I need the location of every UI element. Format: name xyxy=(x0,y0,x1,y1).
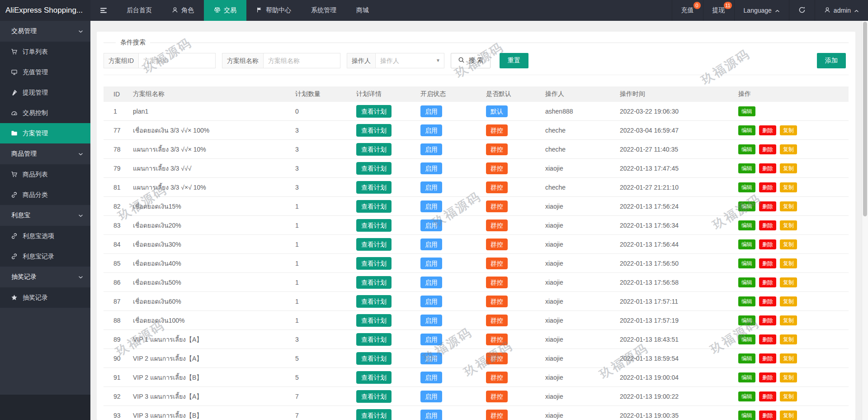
default-badge[interactable]: 群控 xyxy=(486,200,508,212)
nav-role[interactable]: 角色 xyxy=(162,0,204,21)
delete-button[interactable]: 删除 xyxy=(759,353,776,363)
status-badge[interactable]: 启用 xyxy=(420,372,442,383)
nav-system[interactable]: 系统管理 xyxy=(301,0,346,21)
view-plan-button[interactable]: 查看计划 xyxy=(356,219,392,232)
view-plan-button[interactable]: 查看计划 xyxy=(356,390,392,403)
default-badge[interactable]: 群控 xyxy=(486,181,508,193)
user-menu[interactable]: admin xyxy=(815,0,868,21)
edit-button[interactable]: 编辑 xyxy=(738,239,755,249)
edit-button[interactable]: 编辑 xyxy=(738,372,755,382)
nav-home[interactable]: 后台首页 xyxy=(117,0,162,21)
view-plan-button[interactable]: 查看计划 xyxy=(356,352,392,365)
copy-button[interactable]: 复制 xyxy=(780,315,797,325)
default-badge[interactable]: 群控 xyxy=(486,124,508,136)
default-badge[interactable]: 群控 xyxy=(486,372,508,383)
delete-button[interactable]: 删除 xyxy=(759,258,776,268)
copy-button[interactable]: 复制 xyxy=(780,125,797,135)
copy-button[interactable]: 复制 xyxy=(780,391,797,401)
copy-button[interactable]: 复制 xyxy=(780,372,797,382)
default-badge[interactable]: 默认 xyxy=(486,105,508,117)
edit-button[interactable]: 编辑 xyxy=(738,125,755,135)
view-plan-button[interactable]: 查看计划 xyxy=(356,105,392,118)
edit-button[interactable]: 编辑 xyxy=(738,182,755,192)
default-badge[interactable]: 群控 xyxy=(486,239,508,250)
sidebar-item-goods-category[interactable]: 商品分类 xyxy=(0,185,90,205)
sidebar-item-interest-records[interactable]: 利息宝记录 xyxy=(0,246,90,267)
copy-button[interactable]: 复制 xyxy=(780,277,797,287)
delete-button[interactable]: 删除 xyxy=(759,201,776,211)
view-plan-button[interactable]: 查看计划 xyxy=(356,143,392,156)
sidebar-group-trade-manage[interactable]: 交易管理 xyxy=(0,21,90,42)
edit-button[interactable]: 编辑 xyxy=(738,391,755,401)
copy-button[interactable]: 复制 xyxy=(780,258,797,268)
edit-button[interactable]: 编辑 xyxy=(738,106,755,116)
delete-button[interactable]: 删除 xyxy=(759,296,776,306)
edit-button[interactable]: 编辑 xyxy=(738,353,755,363)
scrollbar[interactable] xyxy=(862,21,868,420)
copy-button[interactable]: 复制 xyxy=(780,163,797,173)
delete-button[interactable]: 删除 xyxy=(759,144,776,154)
delete-button[interactable]: 删除 xyxy=(759,372,776,382)
copy-button[interactable]: 复制 xyxy=(780,239,797,249)
status-badge[interactable]: 启用 xyxy=(420,181,442,193)
view-plan-button[interactable]: 查看计划 xyxy=(356,181,392,194)
add-button[interactable]: 添加 xyxy=(817,53,846,68)
default-badge[interactable]: 群控 xyxy=(486,391,508,402)
delete-button[interactable]: 删除 xyxy=(759,239,776,249)
delete-button[interactable]: 删除 xyxy=(759,334,776,344)
copy-button[interactable]: 复制 xyxy=(780,144,797,154)
copy-button[interactable]: 复制 xyxy=(780,182,797,192)
delete-button[interactable]: 删除 xyxy=(759,163,776,173)
status-badge[interactable]: 启用 xyxy=(420,258,442,269)
status-badge[interactable]: 启用 xyxy=(420,353,442,364)
sidebar-item-order-list[interactable]: 订单列表 xyxy=(0,42,90,62)
status-badge[interactable]: 启用 xyxy=(420,315,442,326)
sidebar-group-lottery[interactable]: 抽奖记录 xyxy=(0,267,90,287)
copy-button[interactable]: 复制 xyxy=(780,410,797,420)
status-badge[interactable]: 启用 xyxy=(420,124,442,136)
edit-button[interactable]: 编辑 xyxy=(738,296,755,306)
default-badge[interactable]: 群控 xyxy=(486,258,508,269)
view-plan-button[interactable]: 查看计划 xyxy=(356,276,392,289)
status-badge[interactable]: 启用 xyxy=(420,220,442,231)
view-plan-button[interactable]: 查看计划 xyxy=(356,162,392,175)
sidebar-item-goods-list[interactable]: 商品列表 xyxy=(0,164,90,185)
default-badge[interactable]: 群控 xyxy=(486,410,508,420)
status-badge[interactable]: 启用 xyxy=(420,296,442,307)
edit-button[interactable]: 编辑 xyxy=(738,277,755,287)
status-badge[interactable]: 启用 xyxy=(420,334,442,345)
edit-button[interactable]: 编辑 xyxy=(738,315,755,325)
collapse-menu-icon[interactable] xyxy=(90,0,117,21)
sidebar-item-recharge-manage[interactable]: 充值管理 xyxy=(0,62,90,82)
status-badge[interactable]: 启用 xyxy=(420,105,442,117)
view-plan-button[interactable]: 查看计划 xyxy=(356,238,392,251)
default-badge[interactable]: 群控 xyxy=(486,315,508,326)
edit-button[interactable]: 编辑 xyxy=(738,258,755,268)
copy-button[interactable]: 复制 xyxy=(780,334,797,344)
nav-help[interactable]: 帮助中心 xyxy=(246,0,301,21)
default-badge[interactable]: 群控 xyxy=(486,334,508,345)
delete-button[interactable]: 删除 xyxy=(759,182,776,192)
copy-button[interactable]: 复制 xyxy=(780,353,797,363)
delete-button[interactable]: 删除 xyxy=(759,410,776,420)
view-plan-button[interactable]: 查看计划 xyxy=(356,257,392,270)
nav-mall[interactable]: 商城 xyxy=(346,0,379,21)
language-menu[interactable]: Language xyxy=(734,0,789,21)
plan-group-name-input[interactable] xyxy=(264,53,340,68)
copy-button[interactable]: 复制 xyxy=(780,220,797,230)
sidebar-item-lottery-records[interactable]: 抽奖记录 xyxy=(0,287,90,308)
default-badge[interactable]: 群控 xyxy=(486,353,508,364)
sidebar-group-interest[interactable]: 利息宝 xyxy=(0,205,90,226)
status-badge[interactable]: 启用 xyxy=(420,410,442,420)
default-badge[interactable]: 群控 xyxy=(486,277,508,288)
edit-button[interactable]: 编辑 xyxy=(738,144,755,154)
edit-button[interactable]: 编辑 xyxy=(738,201,755,211)
withdraw-menu[interactable]: 提现 11 xyxy=(703,0,734,21)
nav-trade[interactable]: 交易 xyxy=(204,0,246,21)
delete-button[interactable]: 删除 xyxy=(759,391,776,401)
status-badge[interactable]: 启用 xyxy=(420,277,442,288)
sidebar-item-withdraw-manage[interactable]: 提现管理 xyxy=(0,82,90,103)
operator-select[interactable] xyxy=(376,53,444,68)
view-plan-button[interactable]: 查看计划 xyxy=(356,333,392,346)
view-plan-button[interactable]: 查看计划 xyxy=(356,124,392,137)
